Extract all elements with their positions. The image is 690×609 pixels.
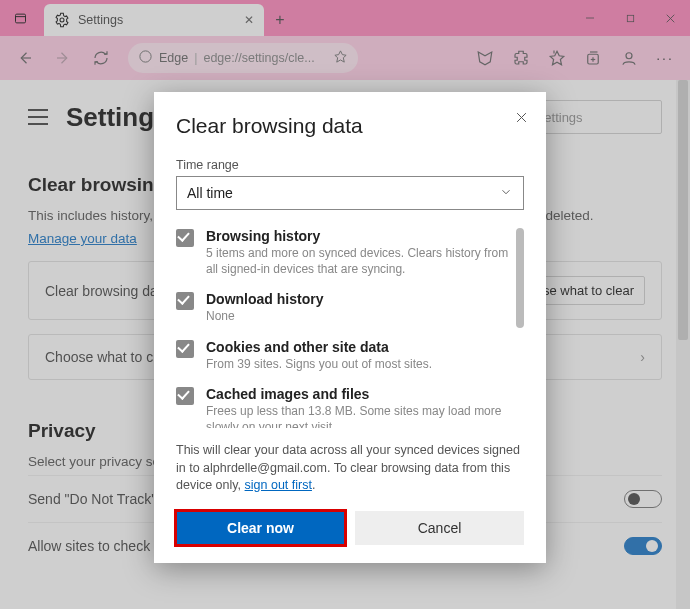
dialog-close-button[interactable] bbox=[510, 106, 532, 128]
checkbox-browsing-history[interactable] bbox=[176, 229, 194, 247]
list-item: Browsing history5 items and more on sync… bbox=[176, 228, 510, 277]
checkbox-cookies[interactable] bbox=[176, 340, 194, 358]
clear-now-button[interactable]: Clear now bbox=[176, 511, 345, 545]
checkbox-download-history[interactable] bbox=[176, 292, 194, 310]
cancel-button[interactable]: Cancel bbox=[355, 511, 524, 545]
chevron-down-icon bbox=[499, 185, 513, 202]
data-type-list: Browsing history5 items and more on sync… bbox=[176, 228, 524, 428]
sign-out-link[interactable]: sign out first bbox=[245, 478, 312, 492]
list-item: Cookies and other site dataFrom 39 sites… bbox=[176, 339, 510, 372]
time-range-label: Time range bbox=[176, 158, 524, 172]
clear-browsing-data-dialog: Clear browsing data Time range All time … bbox=[154, 92, 546, 563]
dialog-title: Clear browsing data bbox=[176, 114, 524, 138]
list-scrollbar[interactable] bbox=[516, 228, 524, 328]
list-item: Cached images and filesFrees up less tha… bbox=[176, 386, 510, 428]
checkbox-cache[interactable] bbox=[176, 387, 194, 405]
dialog-footer-note: This will clear your data across all you… bbox=[176, 442, 524, 495]
list-item: Download historyNone bbox=[176, 291, 510, 324]
time-range-select[interactable]: All time bbox=[176, 176, 524, 210]
